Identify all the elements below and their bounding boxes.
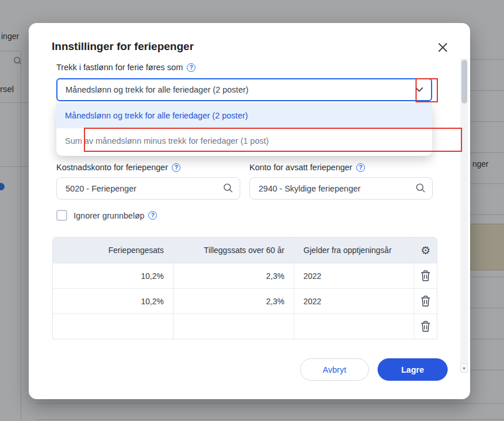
dialog-title: Innstillinger for feriepenger xyxy=(52,40,194,53)
table-row: 10,2% 2,3% 2022 xyxy=(53,288,437,313)
header-gjelder-fra: Gjelder fra opptjeningsår xyxy=(294,238,414,263)
kostnadskonto-input-wrap xyxy=(56,177,240,200)
ignorer-label-text: Ignorer grunnbeløp xyxy=(74,211,144,220)
cell-tillegg[interactable] xyxy=(174,313,294,339)
cancel-button[interactable]: Avbryt xyxy=(300,358,369,381)
cell-sats[interactable]: 10,2% xyxy=(53,263,174,288)
avsatt-input[interactable] xyxy=(249,177,433,200)
cell-sats[interactable] xyxy=(53,313,174,339)
cell-aar[interactable]: 2022 xyxy=(294,288,414,313)
ignorer-grunnbelop-row: Ignorer grunnbeløp ? xyxy=(56,210,157,221)
table-settings-cell: ⚙ xyxy=(414,238,437,263)
trash-icon[interactable] xyxy=(414,314,437,339)
header-feriepengesats: Feriepengesats xyxy=(53,238,174,263)
avsatt-field-label: Konto for avsatt feriepenger ? xyxy=(249,163,365,172)
trekk-select-value: Månedslønn og trekk for alle feriedager … xyxy=(66,85,406,94)
avsatt-input-wrap xyxy=(249,177,433,200)
cell-sats[interactable]: 10,2% xyxy=(53,288,174,313)
dropdown-option-selected[interactable]: Månedslønn og trekk for alle feriedager … xyxy=(56,103,432,128)
cell-tillegg[interactable]: 2,3% xyxy=(174,263,294,288)
cell-aar[interactable]: 2022 xyxy=(294,263,414,288)
close-icon[interactable] xyxy=(434,39,451,55)
help-icon[interactable]: ? xyxy=(356,163,365,172)
kostnadskonto-label-text: Kostnadskonto for feriepenger xyxy=(56,163,168,172)
table-row: 10,2% 2,3% 2022 xyxy=(53,263,437,288)
save-button[interactable]: Lagre xyxy=(378,358,448,381)
dropdown-option[interactable]: Sum av månedslønn minus trekk for feried… xyxy=(56,128,432,154)
table-row xyxy=(53,313,437,339)
help-icon[interactable]: ? xyxy=(172,163,180,172)
feriepengesats-table: Feriepengesats Tilleggssats over 60 år G… xyxy=(52,237,437,339)
cell-action xyxy=(414,313,437,339)
cell-tillegg[interactable]: 2,3% xyxy=(174,288,294,313)
ignorer-checkbox[interactable] xyxy=(56,210,67,221)
scrollbar-thumb[interactable] xyxy=(461,60,467,104)
header-tilleggssats: Tilleggssats over 60 år xyxy=(174,238,294,263)
screen: inger rsel nger Innstillinger for feriep… xyxy=(0,0,504,421)
table-header-row: Feriepengesats Tilleggssats over 60 år G… xyxy=(53,238,437,263)
dialog-scrollbar[interactable]: ▼ xyxy=(460,59,468,373)
help-icon[interactable]: ? xyxy=(148,211,157,220)
chevron-down-icon[interactable] xyxy=(406,87,423,92)
ignorer-label: Ignorer grunnbeløp ? xyxy=(74,211,157,220)
search-icon[interactable] xyxy=(415,183,426,196)
search-icon[interactable] xyxy=(223,183,233,196)
avsatt-label-text: Konto for avsatt feriepenger xyxy=(249,163,352,172)
kostnadskonto-input[interactable] xyxy=(56,177,240,200)
trash-icon[interactable] xyxy=(414,263,437,288)
trekk-label-text: Trekk i fastlønn for ferie føres som xyxy=(56,63,183,72)
trekk-field-label: Trekk i fastlønn for ferie føres som ? xyxy=(56,63,195,72)
kostnadskonto-field-label: Kostnadskonto for feriepenger ? xyxy=(56,163,180,172)
trash-icon[interactable] xyxy=(414,289,437,313)
trekk-select[interactable]: Månedslønn og trekk for alle feriedager … xyxy=(56,78,432,101)
cell-action xyxy=(414,263,437,288)
feriepenger-settings-dialog: Innstillinger for feriepenger Trekk i fa… xyxy=(29,23,470,399)
cell-action xyxy=(414,288,437,313)
trekk-dropdown-list: Månedslønn og trekk for alle feriedager … xyxy=(56,103,432,156)
scrollbar-down-arrow[interactable]: ▼ xyxy=(460,363,468,373)
cell-aar[interactable] xyxy=(294,313,414,339)
gear-icon[interactable]: ⚙ xyxy=(414,238,437,263)
help-icon[interactable]: ? xyxy=(187,63,195,72)
